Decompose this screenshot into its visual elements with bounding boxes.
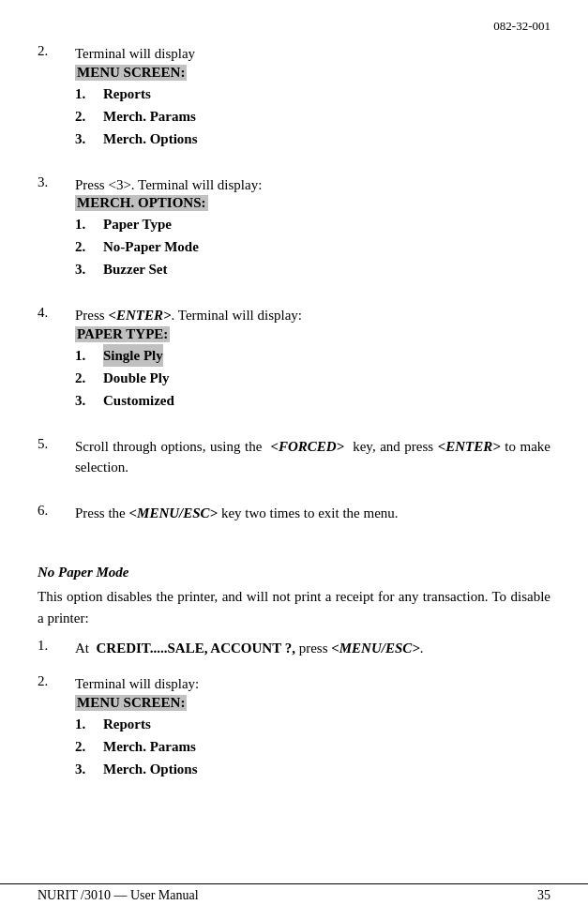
sub-step-2: 2. Terminal will display: MENU SCREEN: 1… [38,673,550,780]
list-item: 3. Customized [75,389,550,412]
step-3-intro: Press <3>. Terminal will display: [75,174,550,196]
step-5-text: Scroll through options, using the <FORCE… [75,436,550,478]
step-5: 5. Scroll through options, using the <FO… [38,436,550,478]
step-4: 4. Press <ENTER>. Terminal will display:… [38,305,550,412]
list-item: 3. Merch. Options [75,758,550,780]
section-para1: This option disables the printer, and wi… [38,586,550,630]
step-3-menu-label: MERCH. OPTIONS: [75,195,208,211]
footer-left: NURIT /3010 — User Manual [38,888,199,903]
step-3-menu-list: 1. Paper Type 2. No-Paper Mode 3. Buzzer… [75,213,550,280]
step-2-num: 2. [38,43,75,59]
sub-step-2-intro: Terminal will display: [75,673,550,695]
step-2: 2. Terminal will display MENU SCREEN: 1.… [38,43,550,150]
step-4-menu-label: PAPER TYPE: [75,326,170,342]
step-3-content: Press <3>. Terminal will display: MERCH.… [75,174,550,281]
step-5-num: 5. [38,436,75,452]
step-3: 3. Press <3>. Terminal will display: MER… [38,174,550,281]
list-item: 1. Single Ply [75,344,550,367]
list-item: 2. Merch. Params [75,105,550,128]
list-item: 3. Buzzer Set [75,258,550,280]
step-5-content: Scroll through options, using the <FORCE… [75,436,550,478]
step-2-menu-list: 1. Reports 2. Merch. Params 3. Merch. Op… [75,83,550,150]
list-item: 3. Merch. Options [75,128,550,150]
list-item: 1. Reports [75,713,550,735]
list-item: 1. Paper Type [75,213,550,235]
header-ref: 082-32-001 [38,19,550,34]
step-3-num: 3. [38,174,75,190]
section-title: No Paper Mode [38,565,550,581]
list-item: 2. Merch. Params [75,735,550,758]
section-no-paper-mode: No Paper Mode This option disables the p… [38,565,550,780]
sub-step-1-text: At CREDIT.....SALE, ACCOUNT ?, press <ME… [75,638,550,659]
step-6-num: 6. [38,503,75,519]
step-4-menu-list: 1. Single Ply 2. Double Ply 3. Customize… [75,344,550,412]
step-4-content: Press <ENTER>. Terminal will display: PA… [75,305,550,412]
sub-step-1: 1. At CREDIT.....SALE, ACCOUNT ?, press … [38,638,550,659]
step-2-content: Terminal will display MENU SCREEN: 1. Re… [75,43,550,150]
footer: NURIT /3010 — User Manual 35 [0,883,588,903]
step-2-menu-label: MENU SCREEN: [75,65,187,81]
sub-step-2-num: 2. [38,673,75,689]
step-4-intro: Press <ENTER>. Terminal will display: [75,305,550,326]
ref-number: 082-32-001 [493,19,550,33]
sub-step-2-menu-list: 1. Reports 2. Merch. Params 3. Merch. Op… [75,713,550,780]
sub-step-2-menu-label: MENU SCREEN: [75,695,187,711]
sub-step-1-num: 1. [38,638,75,654]
page: 082-32-001 2. Terminal will display MENU… [0,0,588,920]
step-6-content: Press the <MENU/ESC> key two times to ex… [75,503,550,524]
sub-step-2-content: Terminal will display: MENU SCREEN: 1. R… [75,673,550,780]
step-4-num: 4. [38,305,75,321]
footer-right: 35 [537,888,550,903]
sub-step-1-content: At CREDIT.....SALE, ACCOUNT ?, press <ME… [75,638,550,659]
step-2-intro: Terminal will display [75,43,550,65]
list-item: 2. Double Ply [75,367,550,389]
step-6-text: Press the <MENU/ESC> key two times to ex… [75,503,550,524]
list-item: 2. No-Paper Mode [75,235,550,258]
step-6: 6. Press the <MENU/ESC> key two times to… [38,503,550,524]
list-item: 1. Reports [75,83,550,105]
